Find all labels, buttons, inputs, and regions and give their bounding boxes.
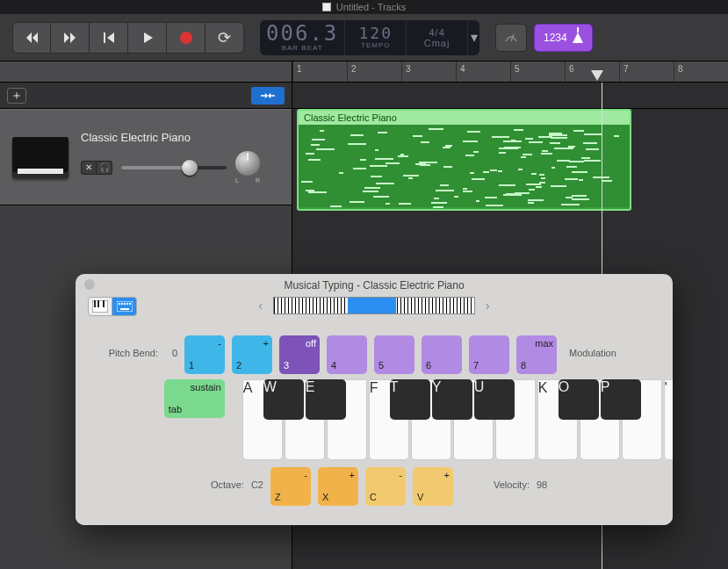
black-key-P[interactable]: P (601, 379, 641, 420)
svg-marker-0 (26, 32, 32, 43)
black-key-O[interactable]: O (559, 379, 599, 420)
white-key-label: K (538, 380, 548, 395)
sustain-key[interactable]: sustain tab (164, 379, 225, 418)
pitchbend-down-key[interactable]: -1 (184, 335, 225, 374)
volume-slider[interactable] (121, 166, 227, 169)
track-row[interactable]: Classic Electric Piano ✕ 🎧 LR (0, 109, 292, 205)
velocity-label: Velocity: (494, 467, 530, 490)
midi-region[interactable]: Classic Electric Piano (297, 109, 631, 211)
keyboard-range[interactable] (273, 297, 475, 314)
midi-note (350, 201, 364, 203)
midi-note (470, 172, 473, 174)
midi-note (518, 169, 523, 170)
midi-note (492, 136, 509, 138)
typing-view-button[interactable] (112, 297, 137, 316)
black-key-T[interactable]: T (390, 379, 430, 420)
midi-note (566, 197, 573, 198)
view-toggle (88, 297, 137, 316)
white-key-'[interactable]: ' (664, 379, 673, 460)
octave-left-chevron[interactable]: ‹ (255, 299, 266, 313)
octave-down-key[interactable]: -Z (270, 467, 311, 506)
white-key-label: A (243, 380, 253, 395)
modulation-4-key[interactable]: 4 (327, 335, 367, 374)
black-key-E[interactable]: E (306, 379, 346, 420)
midi-note (581, 157, 590, 159)
track-header-toolbar: ＋ (0, 83, 292, 109)
ruler-tick: 7 (619, 61, 629, 82)
midi-note (486, 205, 503, 206)
lcd-display[interactable]: 006.3 BAR BEAT 120 TEMPO 4/4 Cmaj ▾ (260, 20, 479, 55)
midi-note (536, 186, 542, 188)
midi-note (363, 191, 378, 192)
velocity-down-key[interactable]: -C (365, 467, 406, 506)
svg-rect-17 (117, 301, 133, 312)
midi-note (584, 160, 601, 162)
add-track-button[interactable]: ＋ (7, 88, 26, 104)
playhead-marker[interactable] (591, 70, 603, 83)
midi-note (551, 185, 566, 187)
mute-button[interactable]: ✕ (81, 161, 97, 175)
record-button[interactable] (167, 22, 205, 54)
musical-typing-title: Musical Typing - Classic Electric Piano (76, 274, 673, 295)
go-to-start-button[interactable] (90, 22, 128, 54)
midi-note (339, 172, 343, 174)
forward-button[interactable] (51, 22, 90, 54)
track-name: Classic Electric Piano (81, 131, 279, 144)
play-button[interactable] (128, 22, 167, 54)
midi-note (420, 164, 429, 166)
midi-note (386, 203, 391, 205)
modulation-7-key[interactable]: 7 (469, 335, 509, 374)
velocity-up-key[interactable]: +V (413, 467, 453, 506)
toolbar: 006.3 BAR BEAT 120 TEMPO 4/4 Cmaj ▾ 1234 (0, 14, 728, 61)
cycle-button[interactable] (205, 22, 244, 54)
pitchbend-up-key[interactable]: +2 (232, 335, 272, 374)
modulation-max-key[interactable]: max8 (516, 335, 557, 374)
white-key-label: F (370, 380, 378, 395)
midi-note (572, 195, 587, 197)
midi-note (583, 142, 597, 144)
black-key-U[interactable]: U (474, 379, 515, 420)
midi-note (306, 153, 314, 155)
svg-marker-2 (64, 32, 69, 43)
black-key-label: U (474, 379, 485, 394)
record-icon (180, 32, 192, 44)
black-key-label: O (559, 379, 569, 394)
countin-button[interactable]: 1234 (534, 24, 593, 52)
piano-view-button[interactable] (88, 297, 112, 316)
lcd-beat: 006.3 (266, 23, 338, 44)
headphones-button[interactable]: 🎧 (97, 161, 112, 175)
keyboard-range-zone[interactable] (348, 298, 396, 313)
rewind-button[interactable] (12, 22, 51, 54)
timeline[interactable]: 12345678 (292, 61, 728, 82)
octave-right-chevron[interactable]: › (482, 299, 494, 313)
midi-note (572, 198, 589, 200)
midi-note (525, 138, 533, 140)
midi-note (408, 177, 414, 179)
lcd-key: Cmaj (424, 38, 450, 48)
track-filter-button[interactable] (251, 87, 285, 104)
pan-knob[interactable] (235, 151, 260, 176)
svg-rect-22 (129, 303, 131, 305)
midi-note (421, 141, 429, 143)
volume-thumb[interactable] (182, 160, 198, 176)
modulation-off-key[interactable]: off3 (279, 335, 320, 374)
midi-note (551, 137, 567, 139)
midi-note (541, 177, 545, 179)
modulation-5-key[interactable]: 5 (374, 335, 414, 374)
black-key-Y[interactable]: Y (432, 379, 472, 420)
octave-up-key[interactable]: +X (318, 467, 358, 506)
midi-note (316, 148, 335, 150)
midi-note (463, 188, 467, 190)
musical-typing-window[interactable]: Musical Typing - Classic Electric Piano … (76, 274, 673, 525)
midi-note (514, 129, 519, 131)
lcd-timesig: 4/4 (429, 27, 444, 38)
midi-note (490, 169, 497, 171)
midi-note (542, 150, 549, 152)
tuner-button[interactable] (495, 24, 527, 52)
lcd-dropdown[interactable]: ▾ (467, 20, 479, 55)
modulation-6-key[interactable]: 6 (422, 335, 462, 374)
midi-note (467, 131, 480, 133)
black-key-W[interactable]: W (263, 379, 304, 420)
midi-note (370, 165, 381, 167)
svg-marker-5 (107, 32, 114, 43)
